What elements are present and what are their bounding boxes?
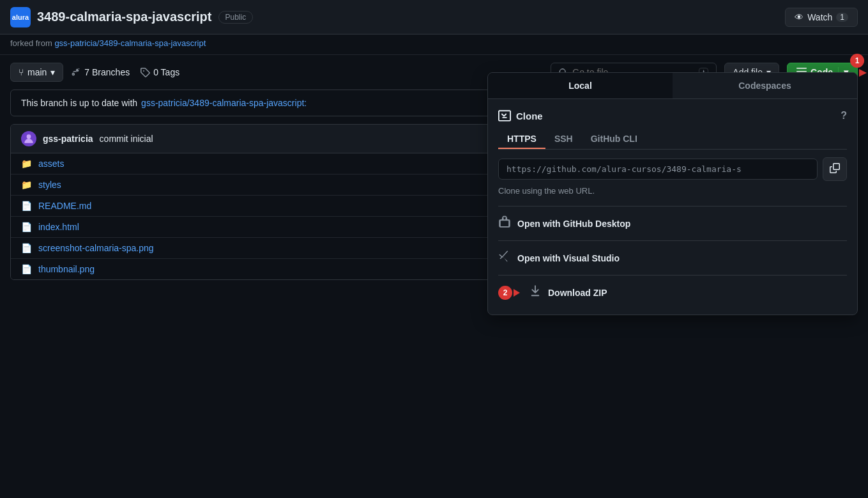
monitor-icon [498, 215, 511, 228]
terminal-icon [498, 109, 511, 122]
chevron-down-icon: ▾ [50, 67, 55, 77]
file-icon: 📄 [21, 222, 32, 232]
dropdown-body: Clone ? HTTPS SSH GitHub CLI Clone using… [488, 99, 857, 315]
clone-icon: Clone [498, 109, 543, 122]
step2-badge: 2 [498, 286, 512, 300]
tab-codespaces[interactable]: Codespaces [673, 73, 857, 98]
watch-count: 1 [836, 13, 848, 22]
header-left: alura 3489-calmaria-spa-javascript Publi… [10, 7, 253, 27]
toolbar-meta: 7 Branches 0 Tags [71, 67, 179, 77]
file-icon: 📄 [21, 264, 32, 274]
open-desktop-action[interactable]: Open with GitHub Desktop [498, 206, 847, 241]
step1-badge: 1 [850, 54, 864, 68]
watch-label: Watch [807, 12, 832, 22]
eye-icon: 👁 [795, 12, 803, 22]
commit-author[interactable]: gss-patricia [43, 134, 93, 144]
step2-indicator: 2 [498, 286, 520, 300]
alura-logo: alura [10, 7, 31, 27]
fork-text: forked from [10, 38, 52, 48]
tab-local[interactable]: Local [488, 73, 673, 98]
fork-link[interactable]: gss-patricia/3489-calmaria-spa-javascrip… [54, 38, 206, 48]
protocol-ssh[interactable]: SSH [545, 130, 582, 149]
fork-line: forked from gss-patricia/3489-calmaria-s… [0, 35, 868, 54]
avatar [21, 131, 36, 146]
code-dropdown: Local Codespaces Clone ? HTTPS SSH GitHu… [487, 72, 858, 315]
copy-icon [830, 163, 840, 173]
clone-url-input[interactable] [498, 159, 818, 180]
branch-status-text: This branch is up to date with [21, 98, 137, 108]
vs-icon [498, 250, 511, 266]
svg-point-0 [27, 134, 31, 139]
open-desktop-label: Open with GitHub Desktop [517, 219, 630, 229]
clone-heading: Clone [516, 111, 543, 121]
copy-url-button[interactable] [823, 157, 847, 181]
tag-icon [140, 67, 150, 77]
public-badge: Public [218, 11, 254, 24]
branch-name: main [27, 67, 47, 77]
file-icon: 📄 [21, 243, 32, 253]
folder-icon: 📁 [21, 159, 32, 169]
open-vs-label: Open with Visual Studio [517, 253, 620, 263]
branches-icon [71, 67, 81, 77]
protocol-https[interactable]: HTTPS [498, 130, 545, 149]
watch-button[interactable]: 👁 Watch 1 [785, 8, 858, 27]
file-icon: 📄 [21, 201, 32, 211]
branch-status-link[interactable]: gss-patricia/3489-calmaria-spa-javascrip… [141, 98, 307, 108]
protocol-tabs: HTTPS SSH GitHub CLI [498, 130, 847, 150]
step2-arrow [514, 289, 520, 297]
clone-note: Clone using the web URL. [498, 186, 847, 206]
clone-help-icon[interactable]: ? [841, 110, 847, 121]
branch-selector[interactable]: ⑂ main ▾ [10, 63, 63, 82]
branches-meta[interactable]: 7 Branches [71, 67, 130, 77]
repo-title: 3489-calmaria-spa-javascript [37, 10, 212, 24]
zip-icon [529, 284, 542, 300]
download-zip-action[interactable]: 2 Download ZIP [498, 276, 847, 304]
download-zip-label: Download ZIP [548, 288, 607, 298]
branch-icon: ⑂ [19, 67, 24, 77]
clone-header: Clone ? [498, 109, 847, 122]
folder-icon: 📁 [21, 180, 32, 190]
visual-studio-icon [498, 250, 511, 263]
protocol-cli[interactable]: GitHub CLI [582, 130, 646, 149]
tags-meta[interactable]: 0 Tags [140, 67, 179, 77]
clone-url-row [498, 157, 847, 181]
desktop-icon [498, 215, 511, 231]
commit-message: commit inicial [100, 134, 153, 144]
dropdown-tabs: Local Codespaces [488, 73, 857, 99]
download-icon [529, 284, 542, 297]
step1-arrow [859, 69, 867, 77]
open-vs-action[interactable]: Open with Visual Studio [498, 241, 847, 276]
top-header: alura 3489-calmaria-spa-javascript Publi… [0, 0, 868, 35]
step1-indicator: 1 [850, 54, 864, 68]
